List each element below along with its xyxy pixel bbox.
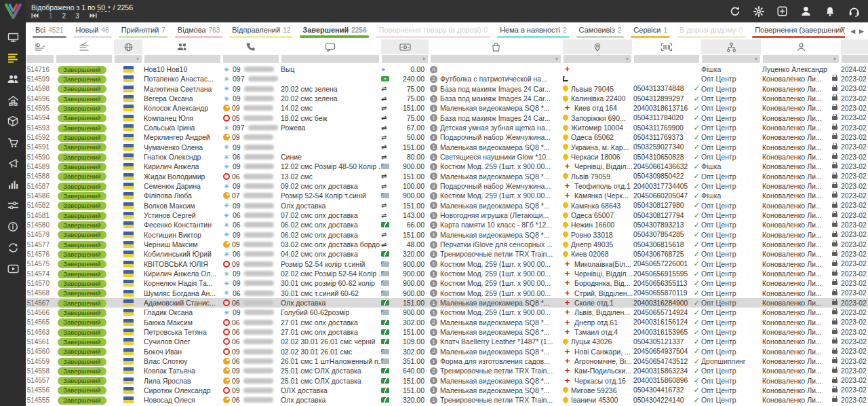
order-row[interactable]: 514591ЗавершенийЧумаченко Олена09151.001… [26, 143, 868, 152]
column-manager-icon[interactable] [762, 39, 841, 54]
order-row[interactable]: 514581ЗавершенийУстинов Сергей0607.02 см… [26, 210, 868, 220]
column-date[interactable] [841, 39, 868, 54]
column-filter-input[interactable]: ▼ [564, 55, 631, 63]
order-row[interactable]: 514589ЗавершенийКирилич Анжела0912.02 см… [26, 162, 868, 171]
sidebar-item-partners[interactable] [0, 238, 26, 259]
order-row[interactable]: 514598ЗавершенийМалютина Светлана0920.02… [26, 84, 868, 94]
column-country-icon[interactable] [114, 39, 144, 54]
column-id-icon[interactable]: ID [26, 39, 56, 54]
column-filter-input[interactable] [223, 55, 279, 63]
page-number-1[interactable]: 1 [49, 12, 53, 20]
column-filter-input[interactable] [144, 55, 220, 63]
tab-відправлений[interactable]: Відправлений12 [226, 22, 296, 39]
sidebar-item-video-tutorials[interactable] [0, 259, 26, 280]
order-row[interactable]: 514568ЗавершенийШумляс Богдана Ан...0630… [26, 289, 868, 298]
order-row[interactable]: 514586ЗавершенийФіліпова Люба07Розмір 52… [26, 191, 868, 200]
column-delivery-icon[interactable] [563, 39, 633, 54]
column-filter-input[interactable] [281, 55, 379, 63]
notifications-bell-icon[interactable] [825, 6, 835, 17]
app-logo[interactable] [4, 0, 22, 28]
column-products-icon[interactable] [430, 39, 563, 54]
order-row[interactable]: 514567ЗавершенийАдамовский Станис...06Ол… [26, 298, 868, 308]
order-row[interactable]: 514579ЗавершенийКостишин Виктор0906.02 с… [26, 230, 868, 240]
order-row[interactable]: 514599ЗавершенийПотапенко Анастас...0972… [26, 74, 868, 84]
column-filter-input[interactable]: ▼ [702, 55, 760, 63]
tab-повернення-товару-в-дорозі-[interactable]: Повернення товару (в дорозі)0 [372, 22, 494, 39]
column-filter-input[interactable]: ▼ [431, 55, 561, 63]
sidebar-item-orders-list[interactable] [0, 49, 26, 70]
column-filter-input[interactable] [56, 55, 112, 63]
order-row[interactable]: 514587ЗавершенийСеменюк Дарина0909.02 см… [26, 181, 868, 191]
column-status-icon[interactable] [56, 39, 114, 54]
tab-сервіси[interactable]: Сервіси1 [627, 22, 673, 39]
sidebar-item-customers[interactable] [0, 70, 26, 91]
tab-відмова[interactable]: Відмова763 [172, 22, 226, 39]
column-source-icon[interactable] [701, 39, 762, 54]
tab-прийнятий[interactable]: Прийнятий7 [115, 22, 172, 39]
order-row[interactable]: 514570ЗавершенийКорнелюк Надія Та...0930… [26, 278, 868, 288]
order-row[interactable]: 514716ЗавершенийНов10 Нов1009Выц0.000Фіш… [26, 64, 868, 74]
first-page-icon[interactable] [31, 13, 39, 18]
order-row[interactable]: 514593ЗавершенийСольська Ірина097Рожева6… [26, 123, 868, 132]
ttn-cell: 20450655714924✓ [633, 308, 701, 317]
column-phone-icon[interactable] [222, 39, 281, 54]
column-filter-input[interactable]: ▼ [115, 55, 142, 63]
tabs-scroll-left-icon[interactable]: ◀ [850, 28, 855, 35]
order-row[interactable]: 514566ЗавершенийГладик Оксана09Голубий 6… [26, 308, 868, 317]
sidebar-item-statistics[interactable] [0, 175, 26, 196]
column-client-icon[interactable] [144, 39, 222, 54]
order-row[interactable]: 514580ЗавершенийФесенко Константин0606.0… [26, 220, 868, 229]
column-payment-icon[interactable] [381, 39, 430, 54]
column-filter-input[interactable] [634, 55, 699, 63]
column-filter-input[interactable]: ▼ [382, 55, 428, 63]
order-row[interactable]: 514576ЗавершенийКобилинський Юрий0604.02… [26, 249, 868, 259]
order-row[interactable]: 514575ЗавершенийКВІТОВСЬКА ЮЛІЯ09Розмір … [26, 259, 868, 269]
order-row[interactable]: 514560ЗавершенийБокоч Иван0902.02 30.01 … [26, 347, 868, 356]
order-row[interactable]: 514592ЗавершенийМерклингер Андрей0950.00… [26, 132, 868, 142]
sidebar-item-desktop[interactable] [0, 28, 26, 49]
page-size-dropdown[interactable]: 50 ▼ [97, 3, 111, 12]
order-row[interactable]: 514582ЗавершенийВолков Максим09Олх доста… [26, 201, 868, 210]
order-row[interactable]: 514565ЗавершенийБаюка Максим0627.01 смс … [26, 318, 868, 327]
order-row[interactable]: 514558ЗавершенийКовпак Татьяна0925.01 см… [26, 366, 868, 375]
order-row[interactable]: 514557ЗавершенийЛила Ярослав0925.01 смс … [26, 376, 868, 386]
profile-icon[interactable] [800, 5, 812, 17]
tab-нема-в-наявності[interactable]: Нема в наявності2 [494, 22, 572, 39]
tabs-scroll-right-icon[interactable]: ▶ [859, 28, 864, 35]
column-filter-input[interactable] [26, 55, 54, 63]
column-comment-icon[interactable] [281, 39, 381, 54]
order-row[interactable]: 514590ЗавершенийГнатюк Олексндр06Синие80… [26, 152, 868, 162]
column-filter-input[interactable] [842, 55, 868, 63]
tab-самовивіз[interactable]: Самовивіз2 [573, 22, 628, 39]
order-row[interactable]: 514563ЗавершенийПетровська Тетяна0627.01… [26, 327, 868, 337]
column-ttn-barcode-icon[interactable] [633, 39, 701, 54]
order-row[interactable]: 514559ЗавершенийВлас Слотюу0626.01 смс 1… [26, 356, 868, 366]
settings-gear-icon[interactable] [753, 6, 764, 17]
order-row[interactable]: 514577ЗавершенийЧерниш Максим0903.02 смс… [26, 240, 868, 249]
order-row[interactable]: 514555ЗавершенийНовосад Олеся06Олх доста… [26, 395, 868, 405]
order-row[interactable]: 514596ЗавершенийВегера Оксана0920.02 смс… [26, 94, 868, 103]
order-row[interactable]: 514588ЗавершенийЖидак Володимир0613.02 с… [26, 172, 868, 181]
sidebar-item-warehouse[interactable] [0, 91, 26, 112]
order-row[interactable]: 514594ЗавершенийКомпанец Юля0518.02 смс … [26, 113, 868, 123]
sidebar-item-purchases[interactable] [0, 133, 26, 154]
column-filter-input[interactable]: ▼ [763, 55, 839, 63]
add-document-icon[interactable] [777, 6, 787, 16]
page-number-3[interactable]: 3 [75, 12, 79, 20]
support-headset-icon[interactable] [848, 6, 860, 17]
tab-в-дорозі-додому[interactable]: В дорозі додому0 [673, 22, 749, 39]
last-page-icon[interactable] [90, 13, 97, 18]
order-row[interactable]: 514556ЗавершенийСиротюк Олександр09ОЛХ д… [26, 386, 868, 395]
sidebar-item-settings-sliders[interactable] [0, 196, 26, 217]
tab-всі[interactable]: Всі4521 [29, 22, 70, 39]
tab-завершений[interactable]: Завершений2256 [296, 22, 372, 39]
sidebar-item-campaigns[interactable] [0, 154, 26, 175]
page-number-2[interactable]: 2 [62, 12, 66, 20]
refresh-icon[interactable] [730, 6, 741, 17]
order-row[interactable]: 514595ЗавершенийКолосок Александр0914.02… [26, 103, 868, 113]
tab-новый[interactable]: Новый46 [70, 22, 115, 39]
sidebar-item-info[interactable] [0, 217, 26, 238]
order-row[interactable]: 514574ЗавершенийКирилич Анжела Ол...0902… [26, 269, 868, 278]
order-row[interactable]: 514561ЗавершенийСучилов Олег0602.02 30.0… [26, 337, 868, 346]
sidebar-item-products[interactable] [0, 112, 26, 133]
